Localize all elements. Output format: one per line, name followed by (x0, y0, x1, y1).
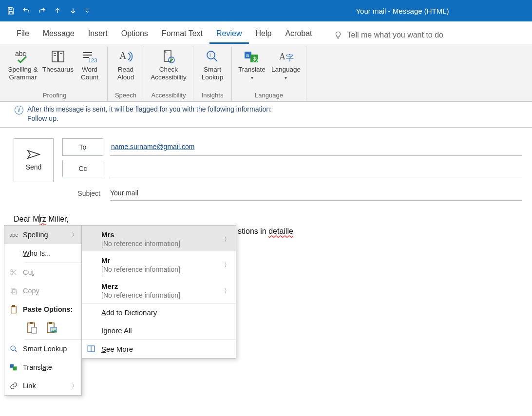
tab-options[interactable]: Options (114, 26, 155, 44)
clipboard-icon (9, 305, 18, 314)
flag-info-bar: i After this message is sent, it will be… (0, 101, 532, 128)
svg-text:a: a (246, 52, 249, 58)
ctx-translate[interactable]: Translate (4, 358, 81, 377)
ctx-who-is[interactable]: Who Is... (4, 244, 81, 263)
lightbulb-icon (334, 31, 342, 39)
translate-button[interactable]: aあ Translate▾ (235, 47, 269, 82)
smart-lookup-button[interactable]: i Smart Lookup (196, 47, 228, 82)
copy-icon (9, 287, 18, 295)
ribbon-group-language: aあ Translate▾ A字 Language▾ Language (232, 46, 306, 101)
chevron-right-icon: 〉 (224, 261, 230, 269)
svg-rect-25 (32, 327, 37, 333)
tell-me-search[interactable]: Tell me what you want to do (334, 31, 443, 39)
translate-icon: aあ (244, 48, 260, 65)
send-icon (27, 150, 40, 159)
to-button[interactable]: To (62, 138, 103, 156)
next-item-button[interactable] (66, 4, 80, 18)
tab-insert[interactable]: Insert (81, 26, 114, 44)
tab-review[interactable]: Review (209, 26, 248, 44)
tab-message[interactable]: Message (36, 26, 81, 44)
thesaurus-button[interactable]: Thesaurus (41, 47, 75, 75)
svg-point-18 (11, 273, 13, 275)
language-button[interactable]: A字 Language▾ (269, 47, 303, 82)
svg-text:A: A (119, 50, 127, 61)
ignore-all[interactable]: Ignore All (82, 321, 236, 340)
read-aloud-icon: A (118, 48, 133, 65)
subject-value: Your mail (110, 189, 138, 197)
add-to-dictionary[interactable]: Add to Dictionary (82, 303, 236, 321)
svg-point-29 (52, 328, 54, 330)
ctx-smart-lookup[interactable]: Smart Lookup (4, 340, 81, 358)
chevron-right-icon: 〉 (72, 231, 77, 239)
ribbon-group-proofing: abc Spelling & Grammar Thesaurus 123 Wor… (2, 46, 108, 101)
suggestion-mr[interactable]: Mr [No reference information] 〉 (82, 251, 236, 277)
svg-point-9 (207, 51, 215, 59)
customize-qat-button[interactable] (82, 4, 93, 18)
svg-text:字: 字 (286, 54, 294, 62)
ribbon-group-label: Accessibility (152, 91, 186, 100)
word-count-button[interactable]: 123 Word Count (75, 47, 104, 82)
ctx-copy: Copy (4, 282, 81, 300)
spelling-grammar-button[interactable]: abc Spelling & Grammar (5, 47, 41, 82)
svg-point-17 (11, 270, 13, 272)
paste-picture-icon[interactable] (46, 321, 57, 334)
title-bar: Your mail - Message (HTML) (0, 0, 532, 21)
to-field[interactable]: name.surname@gmail.com (110, 138, 522, 156)
link-icon (9, 382, 18, 390)
info-line1: After this message is sent, it will be f… (27, 105, 272, 114)
svg-text:あ: あ (252, 56, 258, 62)
subject-field[interactable]: Your mail (110, 186, 522, 201)
tab-file[interactable]: File (10, 26, 36, 44)
tab-format-text[interactable]: Format Text (155, 26, 209, 44)
ribbon-group-label: Speech (115, 91, 136, 100)
svg-text:123: 123 (88, 57, 97, 63)
info-line2: Follow up. (27, 114, 272, 123)
suggestion-merz[interactable]: Merz [No reference information] 〉 (82, 277, 236, 303)
previous-item-button[interactable] (51, 4, 64, 18)
read-aloud-button[interactable]: A Read Aloud (111, 47, 141, 82)
body-text: Dear Mrz Miller, (14, 215, 69, 223)
chevron-down-icon: ▾ (285, 75, 287, 80)
undo-button[interactable] (19, 4, 33, 18)
translate-icon (9, 363, 18, 371)
check-accessibility-button[interactable]: Check Accessibility (147, 47, 190, 82)
see-more[interactable]: See More (82, 340, 236, 358)
tab-help[interactable]: Help (249, 26, 279, 44)
svg-rect-32 (13, 366, 17, 370)
book-icon (87, 344, 95, 353)
redo-button[interactable] (35, 4, 49, 18)
info-icon: i (15, 106, 23, 114)
ribbon-group-label: Proofing (43, 91, 66, 100)
cc-field[interactable] (110, 160, 522, 177)
svg-text:A: A (279, 52, 285, 61)
word-count-icon: 123 (81, 48, 98, 65)
save-button[interactable] (4, 4, 18, 18)
send-button[interactable]: Send (14, 138, 54, 182)
ctx-cut: Cut (4, 263, 81, 282)
paste-keep-source-icon[interactable] (27, 321, 38, 334)
svg-point-30 (11, 346, 15, 350)
ribbon-tabs: File Message Insert Options Format Text … (0, 21, 532, 44)
language-icon: A字 (278, 48, 294, 65)
scissors-icon (9, 268, 18, 276)
svg-rect-24 (30, 322, 33, 324)
suggestion-mrs[interactable]: Mrs [No reference information] 〉 (82, 226, 236, 251)
chevron-down-icon: ▾ (251, 75, 253, 80)
ribbon-group-accessibility: Check Accessibility Accessibility (144, 46, 193, 101)
svg-text:i: i (209, 52, 210, 58)
compose-header: Send To name.surname@gmail.com Cc Subjec… (0, 128, 532, 201)
ctx-paste-options: Paste Options: (4, 300, 81, 319)
ctx-spelling[interactable]: abc Spelling 〉 (4, 226, 81, 244)
smart-lookup-icon: i (205, 48, 220, 65)
ctx-link[interactable]: Link 〉 (4, 377, 81, 395)
ribbon-group-label: Insights (202, 91, 224, 100)
tell-me-label: Tell me what you want to do (347, 31, 443, 39)
cc-button[interactable]: Cc (62, 160, 103, 177)
tab-acrobat[interactable]: Acrobat (278, 26, 319, 44)
svg-rect-27 (49, 322, 52, 324)
paste-option-icons (4, 319, 81, 339)
to-value[interactable]: name.surname@gmail.com (111, 143, 194, 151)
ribbon-group-speech: A Read Aloud Speech (108, 46, 144, 101)
svg-rect-20 (12, 289, 16, 294)
thesaurus-icon (51, 48, 65, 65)
